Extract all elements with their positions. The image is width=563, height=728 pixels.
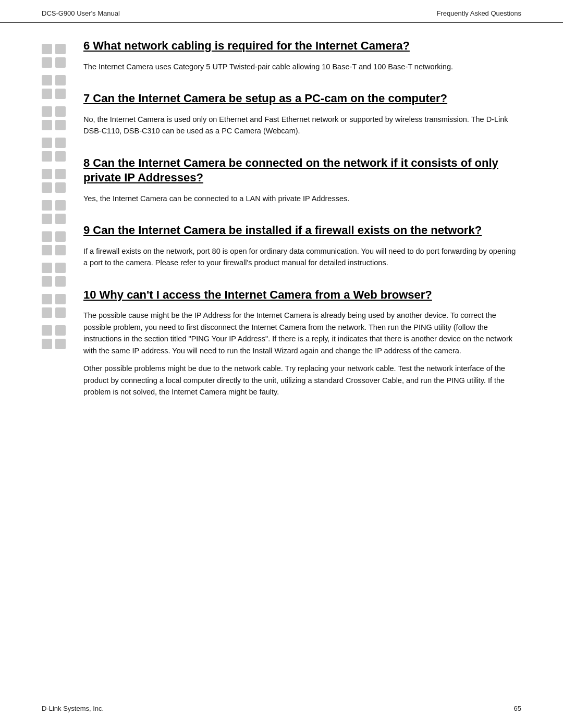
page-header: DCS-G900 User's Manual Frequently Asked …	[0, 0, 563, 23]
faq-para-6-0: The Internet Camera uses Category 5 UTP …	[83, 61, 521, 72]
faq-heading-8: 8 Can the Internet Camera be connected o…	[83, 156, 521, 186]
faq-body-9: If a firewall exists on the network, por…	[83, 245, 521, 269]
faq-heading-10: 10 Why can't I access the Internet Camer…	[83, 288, 521, 303]
sq	[42, 200, 52, 211]
footer-left: D-Link Systems, Inc.	[42, 705, 104, 712]
header-left: DCS-G900 User's Manual	[42, 9, 120, 17]
footer-right: 65	[514, 705, 521, 712]
sq	[42, 44, 52, 54]
faq-para-10-0: The possible cause might be the IP Addre…	[83, 310, 521, 356]
sq	[55, 151, 66, 162]
squares-group-2	[42, 75, 78, 99]
squares-group-8	[42, 263, 78, 287]
sq	[42, 294, 52, 304]
sq	[55, 263, 66, 273]
faq-para-9-0: If a firewall exists on the network, por…	[83, 245, 521, 269]
sq	[42, 120, 52, 130]
sq	[42, 169, 52, 179]
squares-group-5	[42, 169, 78, 193]
sq	[55, 307, 66, 318]
squares-group-4	[42, 138, 78, 162]
sq	[42, 182, 52, 193]
sq	[42, 89, 52, 99]
sq	[55, 182, 66, 193]
faq-body-6: The Internet Camera uses Category 5 UTP …	[83, 61, 521, 72]
squares-group-1	[42, 44, 78, 68]
sq	[55, 245, 66, 255]
sq	[42, 339, 52, 349]
sq	[55, 200, 66, 211]
sq	[55, 57, 66, 68]
squares-group-6	[42, 200, 78, 224]
page-footer: D-Link Systems, Inc. 65	[42, 705, 521, 712]
faq-section-10: 10 Why can't I access the Internet Camer…	[83, 288, 521, 398]
sq	[42, 263, 52, 273]
sq	[55, 214, 66, 224]
faq-body-10: The possible cause might be the IP Addre…	[83, 310, 521, 398]
sq	[55, 294, 66, 304]
sq	[55, 325, 66, 336]
sidebar-decorations	[42, 39, 78, 417]
sq	[42, 325, 52, 336]
sq	[42, 276, 52, 287]
sq	[42, 75, 52, 85]
sq	[42, 214, 52, 224]
sq	[42, 151, 52, 162]
faq-body-7: No, the Internet Camera is used only on …	[83, 114, 521, 137]
faq-section-9: 9 Can the Internet Camera be installed i…	[83, 223, 521, 269]
sq	[55, 120, 66, 130]
sq	[55, 339, 66, 349]
sq	[55, 75, 66, 85]
page-container: DCS-G900 User's Manual Frequently Asked …	[0, 0, 563, 728]
faq-para-8-0: Yes, the Internet Camera can be connecte…	[83, 193, 521, 204]
sq	[42, 231, 52, 242]
squares-group-10	[42, 325, 78, 349]
sq	[42, 245, 52, 255]
faq-heading-6: 6 What network cabling is required for t…	[83, 39, 521, 54]
sq	[55, 276, 66, 287]
faq-para-7-0: No, the Internet Camera is used only on …	[83, 114, 521, 137]
sq	[42, 106, 52, 117]
squares-group-3	[42, 106, 78, 130]
faq-section-6: 6 What network cabling is required for t…	[83, 39, 521, 72]
faq-section-7: 7 Can the Internet Camera be setup as a …	[83, 91, 521, 137]
sq	[42, 307, 52, 318]
sq	[42, 138, 52, 148]
squares-group-9	[42, 294, 78, 318]
faq-heading-7: 7 Can the Internet Camera be setup as a …	[83, 91, 521, 106]
content-area: 6 What network cabling is required for t…	[0, 23, 563, 448]
sq	[55, 106, 66, 117]
faq-para-10-1: Other possible problems might be due to …	[83, 363, 521, 398]
sq	[55, 44, 66, 54]
sq	[42, 57, 52, 68]
sq	[55, 138, 66, 148]
header-right: Frequently Asked Questions	[436, 9, 521, 17]
squares-group-7	[42, 231, 78, 255]
sq	[55, 231, 66, 242]
faq-heading-9: 9 Can the Internet Camera be installed i…	[83, 223, 521, 238]
faq-section-8: 8 Can the Internet Camera be connected o…	[83, 156, 521, 205]
sq	[55, 89, 66, 99]
sq	[55, 169, 66, 179]
main-content: 6 What network cabling is required for t…	[78, 39, 521, 417]
faq-body-8: Yes, the Internet Camera can be connecte…	[83, 193, 521, 204]
